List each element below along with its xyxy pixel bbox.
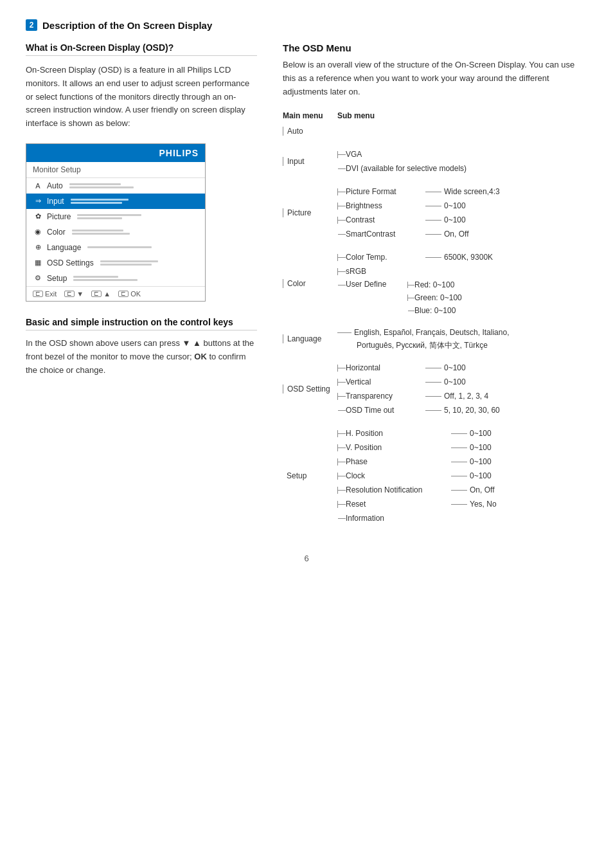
footer-ok[interactable]: ⊏ OK (118, 290, 141, 298)
osd-item-osd-settings[interactable]: ▦ OSD Settings (26, 255, 205, 271)
osd-label-setup: Setup (47, 274, 67, 283)
horizontal-values: 0~100 (444, 363, 466, 372)
input-label: Input (283, 157, 305, 166)
osd-settings-icon: ▦ (33, 258, 43, 268)
transparency-label: Transparency (346, 392, 423, 401)
brightness-values: 0~100 (444, 201, 466, 210)
bar1 (69, 183, 121, 185)
footer-exit[interactable]: ⊏ Exit (33, 290, 57, 298)
bar3 (71, 199, 129, 201)
red-row: Red: 0~100 (407, 278, 462, 291)
userdefine-row: User Define Red: 0~100 (337, 278, 493, 317)
brightness-row: Brightness 0~100 (337, 199, 500, 213)
ok-text: OK (194, 352, 207, 361)
input-icon: ⇒ (33, 196, 43, 206)
osdsetting-subs: Horizontal 0~100 Vertical 0~100 (337, 361, 500, 417)
phase-row: Phase 0~100 (337, 455, 497, 469)
osd-item-auto[interactable]: A Auto (26, 178, 205, 194)
blue-label: Blue: 0~100 (414, 306, 456, 315)
setup-icon: ⚙ (33, 273, 43, 284)
clock-values: 0~100 (470, 471, 492, 480)
tree-color-section: Color Color Temp. 6500K, 9300K (283, 250, 587, 317)
bar8 (72, 233, 130, 235)
clock-row: Clock 0~100 (337, 469, 497, 483)
tree-main-auto: Auto (283, 127, 337, 136)
language-subs: English, Español, Français, Deutsch, Ita… (337, 326, 509, 352)
bar7 (72, 230, 123, 231)
tree-header: Main menu Sub menu (283, 111, 587, 120)
picture-format-label: Picture Format (346, 187, 423, 196)
auto-icon: A (33, 181, 43, 191)
tree-picture-row: Picture Picture Format Wide screen,4:3 (283, 185, 587, 241)
section-title: Description of the On Screen Display (42, 20, 212, 31)
osd-item-setup[interactable]: ⚙ Setup (26, 271, 205, 286)
tree-language-section: Language English, Español, Français, Deu… (283, 326, 587, 352)
language-line2-row: Português, Русский, 简体中文, Türkçe (337, 339, 509, 352)
hposition-label: H. Position (346, 429, 449, 438)
tree-diagram: Auto Input (283, 124, 587, 525)
osd-menu-description: Below is an overall view of the structur… (283, 59, 587, 98)
horizontal-row: Horizontal 0~100 (337, 361, 500, 375)
tree-main-picture: Picture (283, 208, 337, 217)
footer-down[interactable]: ⊏ ▼ (64, 290, 84, 298)
osd-item-language[interactable]: ⊕ Language (26, 240, 205, 255)
tree-main-setup: Setup (283, 471, 337, 480)
exit-label: Exit (45, 290, 57, 298)
osd-item-color[interactable]: ◉ Color (26, 224, 205, 240)
smartcontrast-label: SmartContrast (346, 230, 423, 239)
osd-bars-setup (73, 276, 199, 281)
left-column: What is On-Screen Display (OSD)? On-Scre… (26, 42, 257, 534)
hposition-row: H. Position 0~100 (337, 426, 497, 440)
bar6 (77, 217, 122, 219)
srgb-row: sRGB (337, 264, 493, 278)
input-vga-row: VGA (337, 147, 466, 161)
osd-menu-title: The OSD Menu (283, 42, 587, 53)
vposition-label: V. Position (346, 443, 449, 452)
tree-auto-row: Auto (283, 124, 587, 138)
language-line1-row: English, Español, Français, Deutsch, Ita… (337, 326, 509, 339)
resnotif-values: On, Off (470, 485, 494, 494)
tree-sub-osdsetting: Horizontal 0~100 Vertical 0~100 (337, 361, 587, 417)
phase-label: Phase (346, 457, 449, 466)
paragraph1: On-Screen Display (OSD) is a feature in … (26, 64, 257, 131)
setup-label: Setup (283, 471, 306, 480)
clock-label: Clock (346, 471, 449, 480)
tree-sub-language: English, Español, Français, Deutsch, Ita… (337, 326, 587, 352)
color-label: Color (283, 279, 306, 288)
contrast-label: Contrast (346, 215, 423, 224)
tree-sub-color: Color Temp. 6500K, 9300K sRGB (337, 250, 587, 317)
page-number: 6 (26, 554, 587, 563)
transparency-row: Transparency Off, 1, 2, 3, 4 (337, 389, 500, 403)
tree-header-main: Main menu (283, 111, 337, 120)
phase-values: 0~100 (470, 457, 492, 466)
auto-label: Auto (283, 127, 303, 136)
colortemp-row: Color Temp. 6500K, 9300K (337, 250, 493, 264)
osdtimeout-values: 5, 10, 20, 30, 60 (444, 406, 500, 415)
arrows-text: ▼ ▲ (182, 338, 201, 348)
smartcontrast-row: SmartContrast On, Off (337, 227, 500, 241)
osd-label-input: Input (47, 197, 64, 206)
footer-up[interactable]: ⊏ ▲ (91, 290, 111, 298)
osd-item-input[interactable]: ⇒ Input (26, 194, 205, 209)
reset-values: Yes, No (470, 500, 497, 509)
ok-label: OK (130, 290, 141, 298)
bar11 (100, 264, 152, 266)
bar5 (77, 214, 141, 216)
input-dvi-label: DVI (available for selective models) (346, 164, 466, 173)
up-label: ▲ (103, 290, 111, 298)
vertical-row: Vertical 0~100 (337, 375, 500, 389)
vertical-label: Vertical (346, 377, 423, 386)
osdtimeout-label: OSD Time out (346, 406, 423, 415)
osd-item-picture[interactable]: ✿ Picture (26, 209, 205, 224)
userdefine-nested: Red: 0~100 Green: 0~100 (407, 278, 462, 317)
language-icon: ⊕ (33, 242, 43, 253)
language-label: Language (283, 334, 321, 343)
tree-input-section: Input VGA (283, 147, 587, 176)
tree-main-input: Input (283, 157, 337, 166)
tree-color-row: Color Color Temp. 6500K, 9300K (283, 250, 587, 317)
contrast-row: Contrast 0~100 (337, 213, 500, 227)
information-row: Information (337, 511, 497, 525)
bar4 (71, 202, 122, 204)
paragraph2: In the OSD shown above users can press ▼… (26, 337, 257, 377)
smartcontrast-values: On, Off (444, 230, 468, 239)
